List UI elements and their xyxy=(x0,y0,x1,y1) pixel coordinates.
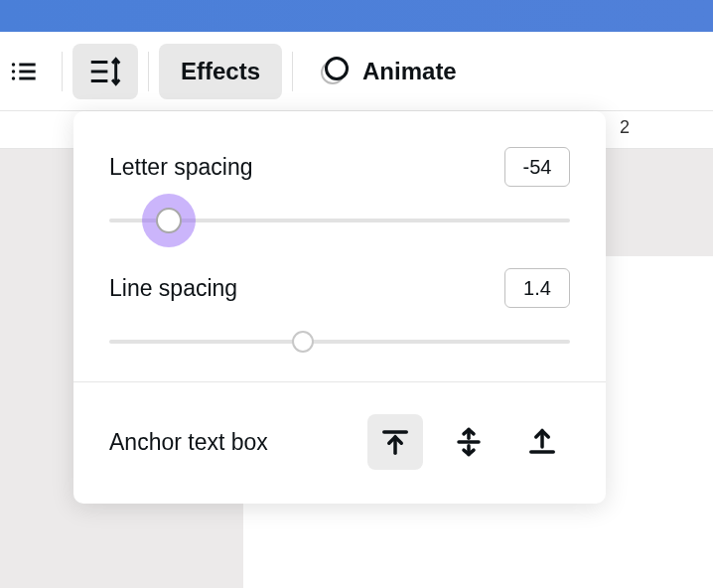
anchor-top-button[interactable] xyxy=(367,414,423,470)
toolbar-divider xyxy=(62,52,63,91)
letter-spacing-input[interactable] xyxy=(504,147,570,187)
anchor-middle-icon xyxy=(454,427,484,457)
popover-separator xyxy=(73,381,606,382)
anchor-bottom-icon xyxy=(527,427,557,457)
list-button[interactable] xyxy=(0,44,52,99)
line-spacing-input[interactable] xyxy=(504,268,570,308)
anchor-row: Anchor text box xyxy=(109,414,570,470)
animate-label: Animate xyxy=(362,58,457,85)
spacing-button[interactable] xyxy=(72,44,138,99)
anchor-top-icon xyxy=(380,427,410,457)
svg-point-2 xyxy=(12,70,16,74)
window-top-bar xyxy=(0,0,713,32)
effects-button[interactable]: Effects xyxy=(159,44,282,99)
slider-track xyxy=(109,340,570,344)
text-toolbar: Effects Animate xyxy=(0,32,713,111)
anchor-bottom-button[interactable] xyxy=(514,414,570,470)
ruler-tick: 2 xyxy=(620,117,630,138)
letter-spacing-slider[interactable] xyxy=(109,199,570,242)
toolbar-divider xyxy=(148,52,149,91)
anchor-middle-button[interactable] xyxy=(441,414,497,470)
bullet-list-icon xyxy=(10,58,38,85)
line-spacing-icon xyxy=(86,53,124,90)
animate-icon xyxy=(319,57,349,86)
anchor-label: Anchor text box xyxy=(109,429,268,456)
animate-button[interactable]: Animate xyxy=(303,44,473,99)
slider-thumb[interactable] xyxy=(156,208,182,233)
letter-spacing-row: Letter spacing xyxy=(109,147,570,187)
letter-spacing-label: Letter spacing xyxy=(109,154,252,181)
toolbar-divider xyxy=(292,52,293,91)
svg-point-0 xyxy=(12,63,16,67)
anchor-button-group xyxy=(367,414,570,470)
slider-thumb[interactable] xyxy=(292,331,314,353)
svg-point-4 xyxy=(12,76,16,80)
line-spacing-slider[interactable] xyxy=(109,320,570,364)
line-spacing-row: Line spacing xyxy=(109,268,570,308)
line-spacing-label: Line spacing xyxy=(109,275,237,302)
spacing-popover: Letter spacing Line spacing Anchor text … xyxy=(73,111,606,504)
